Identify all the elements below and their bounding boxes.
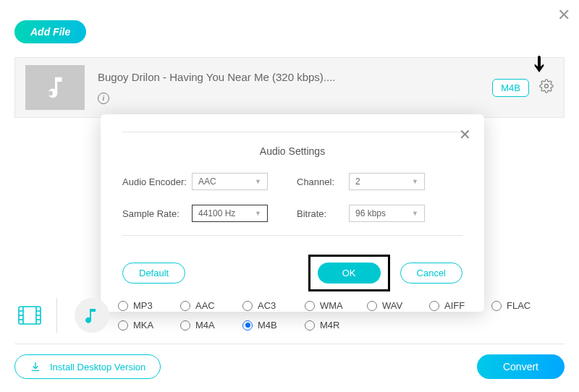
radio-icon: [491, 301, 502, 311]
music-note-icon: [39, 74, 71, 101]
file-item: Bugoy Drilon - Having You Near Me (320 k…: [14, 57, 565, 118]
radio-icon: [305, 320, 315, 331]
caret-down-icon: ▼: [412, 210, 418, 217]
format-bar: MP3AACAC3WMAWAVAIFFFLACMKAM4AM4BM4R: [14, 293, 565, 338]
install-desktop-button[interactable]: Install Desktop Version: [14, 354, 161, 379]
bottom-bar: Install Desktop Version Convert: [14, 354, 565, 379]
sample-rate-label: Sample Rate:: [122, 208, 192, 219]
default-button[interactable]: Default: [122, 263, 185, 284]
convert-button[interactable]: Convert: [477, 354, 565, 379]
bottom-separator: [14, 344, 565, 344]
separator: [56, 298, 57, 333]
svg-point-0: [545, 85, 549, 88]
caret-down-icon: ▼: [412, 178, 418, 185]
radio-icon: [367, 301, 377, 311]
encoder-dropdown[interactable]: AAC▼: [192, 173, 268, 190]
modal-title: Audio Settings: [122, 145, 462, 157]
caret-down-icon: ▼: [255, 178, 261, 185]
audio-settings-dialog: ✕ Audio Settings Audio Encoder: AAC▼ Cha…: [101, 114, 484, 312]
add-file-button[interactable]: Add File: [14, 20, 86, 43]
ok-highlight-box: OK: [308, 255, 390, 291]
radio-icon: [305, 301, 315, 311]
format-option-mp3[interactable]: MP3: [118, 300, 180, 311]
file-title: Bugoy Drilon - Having You Near Me (320 k…: [98, 71, 492, 83]
download-icon: [30, 361, 41, 372]
close-icon[interactable]: ✕: [557, 6, 570, 25]
format-option-m4r[interactable]: M4R: [305, 320, 367, 331]
format-option-wav[interactable]: WAV: [367, 300, 429, 311]
format-option-aiff[interactable]: AIFF: [429, 300, 491, 311]
channel-dropdown[interactable]: 2▼: [349, 173, 425, 190]
music-thumbnail: [25, 65, 85, 110]
radio-icon: [118, 301, 128, 311]
format-option-aac[interactable]: AAC: [180, 300, 242, 311]
video-tab-icon[interactable]: [14, 300, 45, 331]
encoder-label: Audio Encoder:: [122, 176, 192, 187]
audio-tab-icon[interactable]: [75, 298, 109, 333]
format-option-mka[interactable]: MKA: [118, 320, 180, 331]
radio-icon: [242, 320, 253, 331]
caret-down-icon: ▼: [255, 210, 261, 217]
radio-icon: [180, 301, 190, 311]
channel-label: Channel:: [297, 176, 349, 187]
format-option-flac[interactable]: FLAC: [491, 300, 554, 311]
format-option-m4a[interactable]: M4A: [180, 320, 242, 331]
arrow-down-icon: [533, 55, 546, 78]
gear-icon[interactable]: [539, 79, 554, 96]
cancel-button[interactable]: Cancel: [400, 263, 462, 284]
bitrate-dropdown[interactable]: 96 kbps▼: [349, 205, 425, 222]
sample-rate-dropdown[interactable]: 44100 Hz▼: [192, 205, 268, 222]
radio-icon: [180, 320, 190, 331]
modal-close-icon[interactable]: ✕: [459, 126, 471, 143]
format-option-ac3[interactable]: AC3: [242, 300, 305, 311]
radio-icon: [118, 320, 128, 331]
info-icon[interactable]: i: [98, 93, 109, 104]
radio-icon: [429, 301, 439, 311]
radio-icon: [242, 301, 253, 311]
bitrate-label: Bitrate:: [297, 208, 349, 219]
format-badge[interactable]: M4B: [492, 79, 529, 97]
format-option-wma[interactable]: WMA: [305, 300, 367, 311]
ok-button[interactable]: OK: [318, 263, 381, 284]
format-option-m4b[interactable]: M4B: [242, 320, 305, 331]
